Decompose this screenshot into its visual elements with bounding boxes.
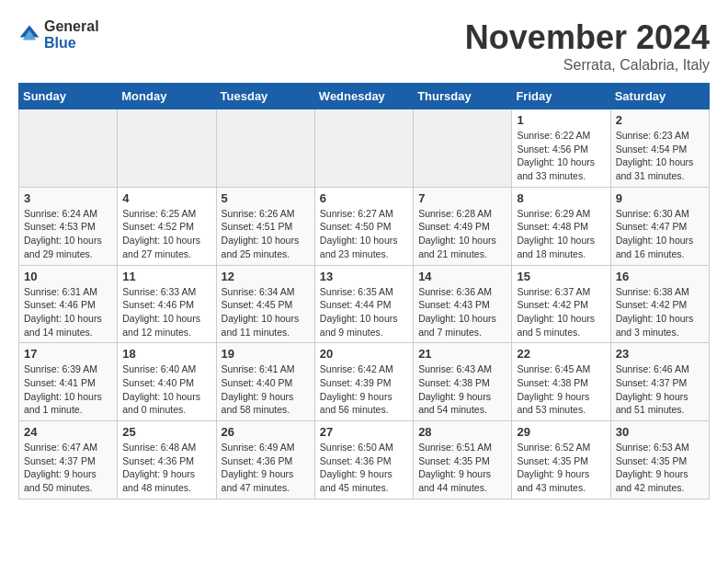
logo: General Blue (18, 18, 99, 51)
day-info: Sunrise: 6:51 AM Sunset: 4:35 PM Dayligh… (418, 441, 506, 495)
day-number: 28 (418, 425, 506, 439)
calendar-cell: 3Sunrise: 6:24 AM Sunset: 4:53 PM Daylig… (19, 187, 118, 265)
day-info: Sunrise: 6:37 AM Sunset: 4:42 PM Dayligh… (517, 285, 605, 339)
weekday-header: Wednesday (314, 84, 413, 109)
day-info: Sunrise: 6:33 AM Sunset: 4:46 PM Dayligh… (122, 285, 210, 339)
day-info: Sunrise: 6:24 AM Sunset: 4:53 PM Dayligh… (24, 207, 112, 261)
day-info: Sunrise: 6:52 AM Sunset: 4:35 PM Dayligh… (517, 441, 605, 495)
day-info: Sunrise: 6:42 AM Sunset: 4:39 PM Dayligh… (320, 362, 408, 417)
calendar-cell: 13Sunrise: 6:35 AM Sunset: 4:44 PM Dayli… (314, 265, 413, 343)
day-number: 27 (320, 425, 408, 439)
day-number: 19 (222, 347, 310, 361)
calendar-cell: 26Sunrise: 6:49 AM Sunset: 4:36 PM Dayli… (216, 421, 314, 500)
day-info: Sunrise: 6:29 AM Sunset: 4:48 PM Dayligh… (517, 207, 605, 261)
calendar-week-row: 10Sunrise: 6:31 AM Sunset: 4:46 PM Dayli… (19, 265, 710, 343)
day-number: 21 (418, 347, 506, 361)
day-info: Sunrise: 6:47 AM Sunset: 4:37 PM Dayligh… (24, 441, 112, 495)
day-number: 10 (24, 270, 112, 283)
calendar-cell: 22Sunrise: 6:45 AM Sunset: 4:38 PM Dayli… (512, 343, 610, 421)
calendar-week-row: 24Sunrise: 6:47 AM Sunset: 4:37 PM Dayli… (19, 421, 710, 500)
calendar-cell: 16Sunrise: 6:38 AM Sunset: 4:42 PM Dayli… (610, 265, 709, 343)
calendar-cell (216, 109, 314, 188)
calendar-cell: 20Sunrise: 6:42 AM Sunset: 4:39 PM Dayli… (314, 343, 413, 421)
day-info: Sunrise: 6:25 AM Sunset: 4:52 PM Dayligh… (122, 207, 210, 261)
calendar-cell: 30Sunrise: 6:53 AM Sunset: 4:35 PM Dayli… (610, 421, 709, 500)
day-info: Sunrise: 6:22 AM Sunset: 4:56 PM Dayligh… (517, 129, 605, 183)
day-number: 1 (517, 113, 605, 127)
calendar-cell: 5Sunrise: 6:26 AM Sunset: 4:51 PM Daylig… (216, 187, 314, 265)
day-number: 3 (24, 191, 112, 205)
day-info: Sunrise: 6:46 AM Sunset: 4:37 PM Dayligh… (616, 362, 704, 417)
calendar-cell: 24Sunrise: 6:47 AM Sunset: 4:37 PM Dayli… (19, 421, 118, 500)
day-number: 20 (320, 347, 408, 361)
calendar-cell: 28Sunrise: 6:51 AM Sunset: 4:35 PM Dayli… (414, 421, 512, 500)
calendar-cell: 27Sunrise: 6:50 AM Sunset: 4:36 PM Dayli… (314, 421, 413, 500)
day-number: 26 (222, 425, 310, 439)
day-info: Sunrise: 6:28 AM Sunset: 4:49 PM Dayligh… (418, 207, 506, 261)
calendar-week-row: 17Sunrise: 6:39 AM Sunset: 4:41 PM Dayli… (19, 343, 710, 421)
calendar-table: SundayMondayTuesdayWednesdayThursdayFrid… (18, 83, 710, 500)
day-number: 11 (122, 270, 210, 283)
day-info: Sunrise: 6:43 AM Sunset: 4:38 PM Dayligh… (418, 362, 506, 417)
day-info: Sunrise: 6:38 AM Sunset: 4:42 PM Dayligh… (616, 285, 704, 339)
month-title: November 2024 (465, 18, 710, 57)
calendar-cell: 15Sunrise: 6:37 AM Sunset: 4:42 PM Dayli… (512, 265, 610, 343)
day-number: 13 (320, 270, 408, 283)
day-number: 18 (122, 347, 210, 361)
day-number: 16 (616, 270, 704, 283)
day-number: 8 (517, 191, 605, 205)
calendar-cell: 25Sunrise: 6:48 AM Sunset: 4:36 PM Dayli… (118, 421, 216, 500)
subtitle: Serrata, Calabria, Italy (465, 57, 710, 74)
page-header: General Blue November 2024 Serrata, Cala… (18, 18, 710, 74)
day-number: 2 (616, 113, 704, 127)
logo-blue: Blue (44, 35, 99, 52)
day-number: 25 (122, 425, 210, 439)
weekday-header: Thursday (414, 84, 512, 109)
weekday-header: Friday (512, 84, 610, 109)
day-info: Sunrise: 6:35 AM Sunset: 4:44 PM Dayligh… (320, 285, 408, 339)
day-info: Sunrise: 6:23 AM Sunset: 4:54 PM Dayligh… (616, 129, 704, 183)
calendar-cell: 9Sunrise: 6:30 AM Sunset: 4:47 PM Daylig… (610, 187, 709, 265)
day-info: Sunrise: 6:27 AM Sunset: 4:50 PM Dayligh… (320, 207, 408, 261)
calendar-cell: 7Sunrise: 6:28 AM Sunset: 4:49 PM Daylig… (414, 187, 512, 265)
weekday-header: Saturday (610, 84, 709, 109)
day-number: 17 (24, 347, 112, 361)
calendar-cell: 21Sunrise: 6:43 AM Sunset: 4:38 PM Dayli… (414, 343, 512, 421)
calendar-cell (314, 109, 413, 188)
logo-general: General (44, 18, 99, 35)
calendar-cell: 10Sunrise: 6:31 AM Sunset: 4:46 PM Dayli… (19, 265, 118, 343)
day-info: Sunrise: 6:40 AM Sunset: 4:40 PM Dayligh… (122, 362, 210, 417)
day-number: 4 (122, 191, 210, 205)
logo-icon (18, 24, 40, 46)
day-number: 30 (616, 425, 704, 439)
day-number: 6 (320, 191, 408, 205)
calendar-cell: 18Sunrise: 6:40 AM Sunset: 4:40 PM Dayli… (118, 343, 216, 421)
calendar-cell: 14Sunrise: 6:36 AM Sunset: 4:43 PM Dayli… (414, 265, 512, 343)
day-number: 15 (517, 270, 605, 283)
calendar-cell: 29Sunrise: 6:52 AM Sunset: 4:35 PM Dayli… (512, 421, 610, 500)
weekday-header: Sunday (19, 84, 118, 109)
calendar-cell: 4Sunrise: 6:25 AM Sunset: 4:52 PM Daylig… (118, 187, 216, 265)
day-info: Sunrise: 6:31 AM Sunset: 4:46 PM Dayligh… (24, 285, 112, 339)
day-number: 7 (418, 191, 506, 205)
day-number: 29 (517, 425, 605, 439)
day-info: Sunrise: 6:36 AM Sunset: 4:43 PM Dayligh… (418, 285, 506, 339)
header-row: SundayMondayTuesdayWednesdayThursdayFrid… (19, 84, 710, 109)
day-number: 24 (24, 425, 112, 439)
title-area: November 2024 Serrata, Calabria, Italy (465, 18, 710, 74)
calendar-cell: 17Sunrise: 6:39 AM Sunset: 4:41 PM Dayli… (19, 343, 118, 421)
day-number: 12 (222, 270, 310, 283)
day-number: 5 (222, 191, 310, 205)
weekday-header: Tuesday (216, 84, 314, 109)
calendar-cell: 11Sunrise: 6:33 AM Sunset: 4:46 PM Dayli… (118, 265, 216, 343)
calendar-cell: 6Sunrise: 6:27 AM Sunset: 4:50 PM Daylig… (314, 187, 413, 265)
day-number: 22 (517, 347, 605, 361)
calendar-cell (19, 109, 118, 188)
calendar-week-row: 3Sunrise: 6:24 AM Sunset: 4:53 PM Daylig… (19, 187, 710, 265)
calendar-cell (118, 109, 216, 188)
calendar-cell: 2Sunrise: 6:23 AM Sunset: 4:54 PM Daylig… (610, 109, 709, 188)
day-info: Sunrise: 6:50 AM Sunset: 4:36 PM Dayligh… (320, 441, 408, 495)
day-info: Sunrise: 6:34 AM Sunset: 4:45 PM Dayligh… (222, 285, 310, 339)
day-info: Sunrise: 6:39 AM Sunset: 4:41 PM Dayligh… (24, 362, 112, 417)
day-info: Sunrise: 6:45 AM Sunset: 4:38 PM Dayligh… (517, 362, 605, 417)
